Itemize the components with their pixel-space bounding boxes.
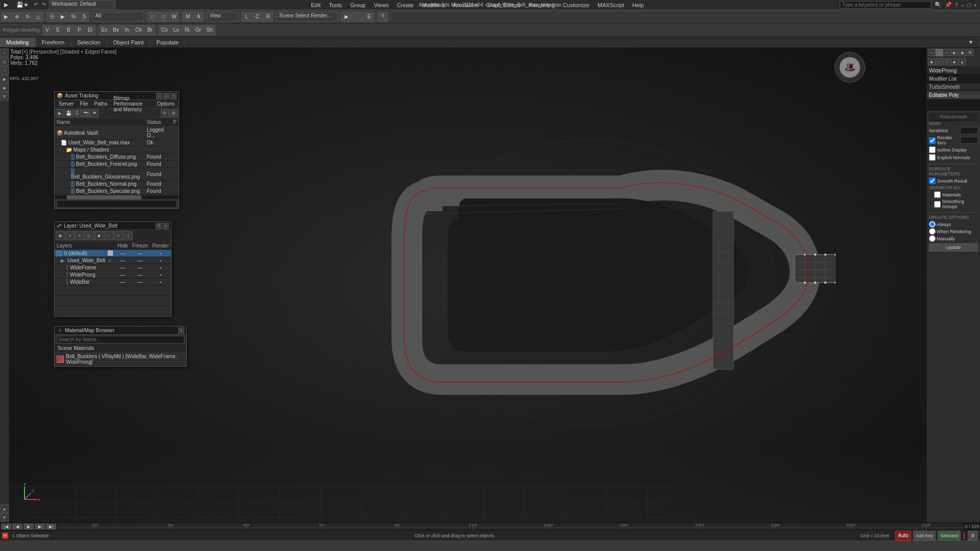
layer-delete-btn[interactable]: × (65, 231, 75, 240)
at-tb-btn3[interactable]: ☰ (73, 109, 81, 117)
add-key-btn[interactable]: Add Key (913, 531, 936, 541)
rp-hierarchy-icon[interactable]: ▿ (943, 49, 950, 56)
timeline-next-btn[interactable]: ▶ (35, 523, 45, 530)
list-item[interactable]: Belt_Bucklers ( VRayMtl ) [WideBar, Wide… (55, 353, 186, 366)
sidebar-hierarchy-icon[interactable]: ▿ (1, 66, 9, 74)
minimize-icon[interactable]: – (960, 2, 965, 8)
at-tb-refresh[interactable]: ↻ (161, 109, 169, 117)
menu-maxscript[interactable]: MAXScript (594, 1, 628, 9)
rp-widget5-icon[interactable]: ▲ (959, 58, 966, 65)
key-filters-btn[interactable]: ⚙ (968, 531, 978, 541)
at-minimize-btn[interactable]: – (156, 93, 162, 99)
at-restore-btn[interactable]: □ (163, 93, 169, 99)
move-btn[interactable]: ⊕ (12, 12, 22, 22)
rp-widget1-icon[interactable]: ◆ (928, 58, 935, 65)
rp-widget2-icon[interactable]: □ (936, 58, 943, 65)
table-row[interactable]: ▒ Belt_Bucklers_Specular.png Found (55, 188, 179, 195)
selected-btn[interactable]: Selected (938, 531, 961, 541)
menu-app-icon[interactable]: ▶ (0, 1, 12, 9)
undo-icon[interactable]: ↶ (33, 2, 39, 8)
connect-btn[interactable]: Co (159, 25, 170, 35)
at-tb-btn5[interactable]: ⚑ (90, 109, 99, 117)
bevel-btn[interactable]: Bv (110, 25, 121, 35)
ts-smoothing-check[interactable] (934, 201, 941, 208)
bridge-btn[interactable]: Br (145, 25, 155, 35)
at-close-btn[interactable]: × (170, 93, 177, 99)
menu-animation[interactable]: Animation (449, 1, 482, 9)
ts-iterations-input[interactable]: 3 (960, 127, 978, 134)
ribbon-btn[interactable]: R (263, 12, 273, 22)
snap-btn[interactable]: ☷ (47, 12, 57, 22)
menu-views[interactable]: Views (370, 1, 393, 9)
ts-update-button[interactable]: Update (929, 243, 978, 252)
search-icon[interactable]: 🔍 (934, 2, 943, 8)
mat-browser-titlebar[interactable]: ◾ Material/Map Browser × (55, 327, 186, 335)
vertex-btn[interactable]: V (42, 25, 53, 35)
viewport-compass[interactable]: 🎩 (835, 52, 868, 85)
ts-materials-check[interactable] (934, 191, 941, 198)
timeline-play-btn[interactable]: ▶ (23, 523, 34, 530)
rp-widget3-icon[interactable]: ░ (943, 58, 950, 65)
layer-collapse-btn[interactable]: − (104, 231, 113, 240)
layer-manager-btn[interactable]: L (241, 12, 252, 22)
table-row[interactable]: ▶ Used_Wide_Belt ✓ — — ▪ (55, 257, 171, 264)
rp-display-icon[interactable]: ◉ (959, 49, 966, 56)
select-obj-btn[interactable]: □ (148, 12, 158, 22)
ts-renderiters-check[interactable] (929, 137, 936, 144)
modifier-stack[interactable]: TurboSmooth Editable Poly (927, 83, 980, 111)
maximize-icon[interactable]: □ (966, 2, 972, 8)
timeline-end-btn[interactable]: ▶| (46, 523, 56, 530)
table-row[interactable]: 📦 Autodesk Vault Logged O... (55, 127, 179, 139)
pin-icon[interactable]: 📌 (944, 2, 953, 8)
modifier-editable-poly[interactable]: Editable Poly (927, 91, 980, 99)
rp-modify-icon[interactable]: ⚖ (936, 49, 943, 56)
layer-highlight-btn[interactable]: ■ (94, 231, 104, 240)
sidebar-display-icon[interactable]: ◉ (1, 84, 9, 92)
layer-info-btn[interactable]: i (124, 231, 133, 240)
select-region-btn[interactable]: □ (158, 12, 168, 22)
border-btn[interactable]: B (64, 25, 74, 35)
menu-rendering[interactable]: Rendering (525, 1, 559, 9)
layer-close-btn[interactable]: × (163, 223, 169, 229)
filter-dropdown[interactable]: All (93, 12, 144, 22)
help-btn[interactable]: ? (378, 12, 388, 22)
at-tb-btn2[interactable]: 💾 (64, 109, 72, 117)
chamfer-btn[interactable]: Ch (133, 25, 144, 35)
rp-utility-icon[interactable]: ⚒ (966, 49, 973, 56)
ts-manually-radio[interactable] (929, 235, 936, 242)
at-menu-options[interactable]: Options (154, 101, 178, 107)
loop-btn[interactable]: Lo (171, 25, 182, 35)
at-menu-file[interactable]: File (77, 101, 91, 107)
menu-customize[interactable]: Customize (559, 1, 594, 9)
mat-search-input[interactable] (57, 336, 184, 343)
at-menu-bitmap[interactable]: Bitmap Performance and Memory (110, 95, 154, 112)
redo-icon[interactable]: ↷ (40, 2, 47, 8)
ts-isoline-check[interactable] (929, 146, 936, 153)
menu-edit[interactable]: Edit (307, 1, 325, 9)
table-row[interactable]: │WideFrame — — ▪ (55, 264, 171, 271)
sidebar-utility-icon[interactable]: ⚒ (1, 92, 9, 101)
curve-editor-btn[interactable]: C (252, 12, 262, 22)
tab-selection[interactable]: Selection (71, 38, 107, 47)
viewport[interactable]: Total Polys: 3,496 Verts: 1,762 FPS: 432… (9, 48, 926, 522)
ts-whenrender-radio[interactable] (929, 228, 936, 235)
mirror-btn[interactable]: M (183, 12, 193, 22)
inset-btn[interactable]: In (122, 25, 132, 35)
extrude-btn[interactable]: Ex (99, 25, 110, 35)
rp-widget4-icon[interactable]: ■ (951, 58, 958, 65)
at-tb-settings[interactable]: ⚙ (169, 109, 178, 117)
sidebar-motion-icon[interactable]: ▶ (1, 75, 9, 83)
spinner-snap-btn[interactable]: S (79, 12, 89, 22)
at-search-input[interactable] (57, 200, 177, 208)
table-row[interactable]: ▒ Belt_Bucklers_Fresnel.png Found (55, 161, 179, 168)
layer-help-btn[interactable]: ? (156, 223, 162, 229)
sidebar-create-icon[interactable]: + (1, 49, 9, 57)
table-row[interactable]: 0 (default) — — ▪ (55, 250, 171, 257)
layer-titlebar[interactable]: ☍ Layer: Used_Wide_Belt ? × (55, 222, 171, 230)
tab-freeform[interactable]: Freeform (36, 38, 71, 47)
tab-object-paint[interactable]: Object Paint (107, 38, 151, 47)
menu-modifiers[interactable]: Modifiers (418, 1, 449, 9)
scale-btn[interactable]: △ (33, 12, 43, 22)
sidebar-modify-icon[interactable]: ⚖ (1, 58, 9, 66)
auto-key-btn[interactable]: Auto (895, 531, 911, 541)
